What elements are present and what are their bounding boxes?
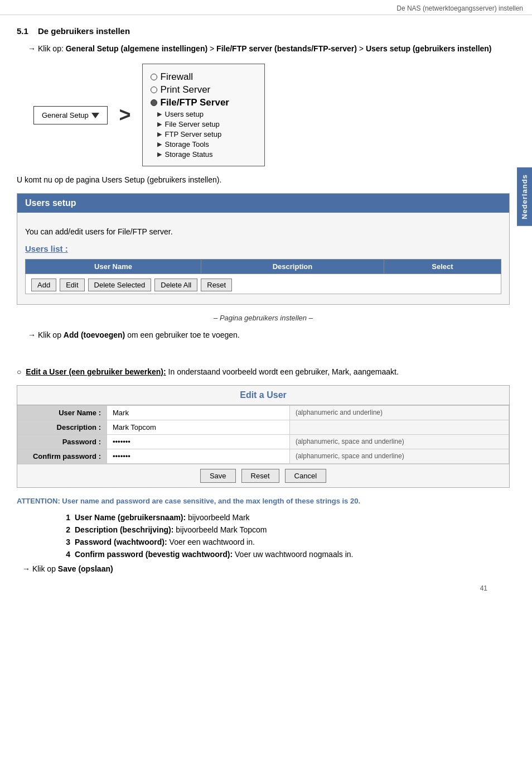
- table-buttons-row: Add Edit Delete Selected Delete All Rese…: [31, 279, 495, 291]
- radio-file-ftp: [151, 99, 157, 106]
- cancel-button[interactable]: Cancel: [285, 469, 326, 483]
- list-item-2: 2 Description (beschrijving): bijvoorbee…: [61, 525, 510, 534]
- delete-selected-button[interactable]: Delete Selected: [88, 279, 152, 291]
- users-list-table: User Name Description Select Add Edit De…: [25, 259, 501, 294]
- menu-item-file-server-setup: ▶ File Server setup: [157, 120, 257, 128]
- menu-item-firewall: Firewall: [151, 71, 257, 83]
- general-setup-box[interactable]: General Setup: [33, 106, 108, 124]
- users-setup-panel: Users setup You can add/edit users for F…: [17, 193, 510, 305]
- col-description: Description: [201, 260, 384, 274]
- edit-row-confirm-password: Confirm password : ••••••• (alphanumeric…: [18, 449, 509, 463]
- input-password[interactable]: •••••••: [107, 434, 290, 449]
- language-side-tab: Nederlands: [517, 167, 532, 226]
- list-item-3: 3 Password (wachtwoord): Voer een wachtw…: [61, 538, 510, 546]
- menu-item-users-setup: ▶ Users setup: [157, 110, 257, 118]
- item-1-text: User Name (gebruikersnaam): bijvoorbeeld…: [75, 513, 250, 522]
- edit-row-username: User Name : Mark (alphanumeric and under…: [18, 405, 509, 420]
- edit-user-header: Edit a User: [17, 386, 509, 405]
- paragraph-1: U komt nu op de pagina Users Setup (gebr…: [17, 175, 510, 184]
- edit-row-description: Description : Mark Topcom: [18, 420, 509, 434]
- edit-user-intro-text: In onderstaand voorbeeld wordt een gebru…: [168, 367, 399, 376]
- menu-item-storage-tools: ▶ Storage Tools: [157, 140, 257, 148]
- col-select: Select: [384, 260, 501, 274]
- edit-user-panel: Edit a User User Name : Mark (alphanumer…: [17, 385, 510, 488]
- final-instruction: → Klik op Save (opslaan): [22, 564, 510, 573]
- label-username: User Name :: [18, 405, 107, 420]
- section-number: 5.1: [17, 26, 33, 36]
- col-username: User Name: [26, 260, 201, 274]
- reset-button[interactable]: Reset: [201, 279, 232, 291]
- menu-item-print-server: Print Server: [151, 84, 257, 95]
- edit-user-table: User Name : Mark (alphanumeric and under…: [17, 405, 509, 464]
- menu-item-file-ftp: File/FTP Server: [151, 97, 257, 108]
- reset-edit-button[interactable]: Reset: [241, 469, 279, 483]
- num-4: 4: [61, 550, 70, 559]
- list-item-1: 1 User Name (gebruikersnaam): bijvoorbee…: [61, 513, 510, 522]
- radio-firewall: [151, 74, 157, 80]
- arrow-sym-2: →: [28, 330, 36, 339]
- attention-text: ATTENTION: User name and password are ca…: [17, 497, 510, 505]
- hint-description: [289, 420, 509, 434]
- arrow-sym-1: →: [28, 44, 36, 53]
- page-number: 41: [17, 584, 510, 592]
- menu-item-storage-status: ▶ Storage Status: [157, 150, 257, 159]
- edit-row-password: Password : ••••••• (alphanumeric, space …: [18, 434, 509, 449]
- chapter-label: De NAS (netwerktoegangsserver) instellen: [0, 0, 532, 15]
- radio-print-server: [151, 87, 157, 93]
- users-list-heading: Users list :: [25, 244, 501, 253]
- section-heading: 5.1 De gebruikers instellen: [17, 26, 510, 36]
- arrow-right: >: [119, 103, 130, 127]
- caption-pagina: – Pagina gebruikers instellen –: [17, 314, 510, 322]
- arrow-sym-3: →: [22, 564, 30, 573]
- menu-item-ftp-server-setup: ▶ FTP Server setup: [157, 130, 257, 138]
- instruction-1-text: Klik op: General Setup (algemene instell…: [38, 44, 492, 53]
- final-instruction-text: Klik op Save (opslaan): [32, 564, 113, 573]
- delete-all-button[interactable]: Delete All: [154, 279, 197, 291]
- edit-user-intro-bold: Edit a User (een gebruiker bewerken):: [26, 367, 166, 376]
- add-button[interactable]: Add: [31, 279, 56, 291]
- hint-username: (alphanumeric and underline): [289, 405, 509, 420]
- label-description: Description :: [18, 420, 107, 434]
- menu-popup: Firewall Print Server File/FTP Server ▶ …: [142, 64, 265, 166]
- table-row-buttons: Add Edit Delete Selected Delete All Rese…: [26, 274, 501, 294]
- input-username[interactable]: Mark: [107, 405, 290, 420]
- list-item-4: 4 Confirm password (bevestig wachtwoord)…: [61, 550, 510, 559]
- input-confirm-password[interactable]: •••••••: [107, 449, 290, 463]
- label-password: Password :: [18, 434, 107, 449]
- section-title: De gebruikers instellen: [38, 26, 130, 36]
- edit-button[interactable]: Edit: [60, 279, 84, 291]
- item-4-text: Confirm password (bevestig wachtwoord): …: [75, 550, 353, 559]
- num-3: 3: [61, 538, 70, 546]
- users-setup-description: You can add/edit users for File/FTP serv…: [25, 227, 501, 236]
- circle-sym: ○: [17, 367, 21, 376]
- users-setup-header: Users setup: [17, 194, 509, 213]
- menu-diagram: General Setup > Firewall Print Server Fi…: [33, 64, 510, 166]
- general-setup-label: General Setup: [42, 111, 89, 119]
- numbered-list: 1 User Name (gebruikersnaam): bijvoorbee…: [61, 513, 510, 559]
- save-button[interactable]: Save: [200, 469, 236, 483]
- num-2: 2: [61, 525, 70, 534]
- num-1: 1: [61, 513, 70, 522]
- hint-password: (alphanumeric, space and underline): [289, 434, 509, 449]
- instruction-1: → Klik op: General Setup (algemene inste…: [28, 42, 510, 55]
- instruction-2-text: Klik op Add (toevoegen) om een gebruiker…: [38, 330, 240, 339]
- edit-user-intro: ○ Edit a User (een gebruiker bewerken): …: [17, 367, 510, 376]
- label-confirm-password: Confirm password :: [18, 449, 107, 463]
- hint-confirm-password: (alphanumeric, space and underline): [289, 449, 509, 463]
- edit-buttons-row: Save Reset Cancel: [17, 464, 509, 487]
- item-3-text: Password (wachtwoord): Voer een wachtwoo…: [75, 538, 255, 546]
- item-2-text: Description (beschrijving): bijvoorbeeld…: [75, 525, 267, 534]
- input-description[interactable]: Mark Topcom: [107, 420, 290, 434]
- instruction-2: → Klik op Add (toevoegen) om een gebruik…: [28, 329, 510, 341]
